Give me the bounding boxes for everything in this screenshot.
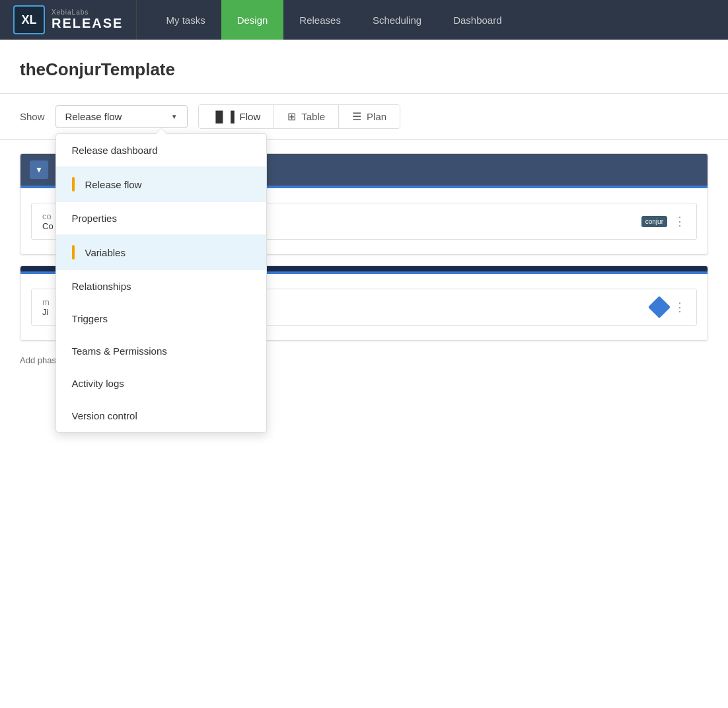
dropdown-selected-label: Release flow: [65, 111, 122, 122]
tab-flow[interactable]: ▐▌▐ Flow: [199, 105, 275, 128]
navigation: XL XebiaLabs RELEASE My tasks Design Rel…: [0, 0, 728, 40]
nav-links: My tasks Design Releases Scheduling Dash…: [150, 0, 517, 40]
dropdown-item-teams-permissions[interactable]: Teams & Permissions: [56, 335, 266, 367]
more-options-icon-2[interactable]: ⋮: [674, 300, 686, 314]
page-title: theConjurTemplate: [20, 59, 708, 80]
logo-box: XL: [13, 5, 45, 34]
flow-icon: ▐▌▐: [212, 111, 235, 123]
nav-link-scheduling[interactable]: Scheduling: [357, 0, 437, 40]
more-options-icon-1[interactable]: ⋮: [674, 214, 686, 229]
dropdown-item-version-control[interactable]: Version control: [56, 400, 266, 432]
toolbar: Show Release flow ▼ Release dashboard Re…: [0, 94, 728, 140]
show-dropdown-wrapper: Release flow ▼ Release dashboard Release…: [55, 105, 188, 128]
nav-link-releases[interactable]: Releases: [283, 0, 357, 40]
nav-link-dashboard[interactable]: Dashboard: [437, 0, 517, 40]
brand-sub: XebiaLabs: [52, 9, 123, 16]
tab-plan-label: Plan: [367, 111, 386, 122]
logo-xl: XL: [21, 13, 36, 27]
dropdown-item-release-dashboard[interactable]: Release dashboard: [56, 134, 266, 166]
tab-flow-label: Flow: [240, 111, 261, 122]
conjur-badge: conjur: [641, 216, 667, 227]
dropdown-item-triggers[interactable]: Triggers: [56, 302, 266, 335]
dropdown-item-properties[interactable]: Properties: [56, 202, 266, 234]
view-tabs: ▐▌▐ Flow ⊞ Table ☰ Plan: [198, 104, 401, 129]
dropdown-item-variables[interactable]: Variables: [56, 234, 266, 270]
table-icon: ⊞: [287, 110, 296, 123]
tab-table-label: Table: [301, 111, 325, 122]
dropdown-item-release-flow[interactable]: Release flow: [56, 166, 266, 202]
dropdown-item-activity-logs[interactable]: Activity logs: [56, 367, 266, 400]
card1-actions: conjur ⋮: [641, 214, 686, 229]
dropdown-arrow-icon: ▼: [171, 113, 178, 120]
show-label: Show: [20, 111, 45, 122]
plan-icon: ☰: [352, 110, 361, 123]
tab-plan[interactable]: ☰ Plan: [339, 105, 400, 128]
brand-main: RELEASE: [52, 16, 123, 31]
show-dropdown-menu: Release dashboard Release flow Propertie…: [55, 133, 267, 433]
dropdown-item-relationships[interactable]: Relationships: [56, 270, 266, 302]
nav-link-design[interactable]: Design: [221, 0, 284, 40]
tab-table[interactable]: ⊞ Table: [274, 105, 339, 128]
page: theConjurTemplate Show Release flow ▼ Re…: [0, 40, 728, 708]
logo: XL XebiaLabs RELEASE: [0, 0, 137, 40]
collapse-button-1[interactable]: ▼: [30, 160, 48, 179]
diamond-icon: [651, 299, 667, 315]
page-header: theConjurTemplate: [0, 40, 728, 94]
nav-link-mytasks[interactable]: My tasks: [150, 0, 221, 40]
brand: XebiaLabs RELEASE: [52, 9, 123, 31]
card2-actions: ⋮: [651, 299, 686, 315]
show-dropdown-button[interactable]: Release flow ▼: [55, 105, 188, 128]
